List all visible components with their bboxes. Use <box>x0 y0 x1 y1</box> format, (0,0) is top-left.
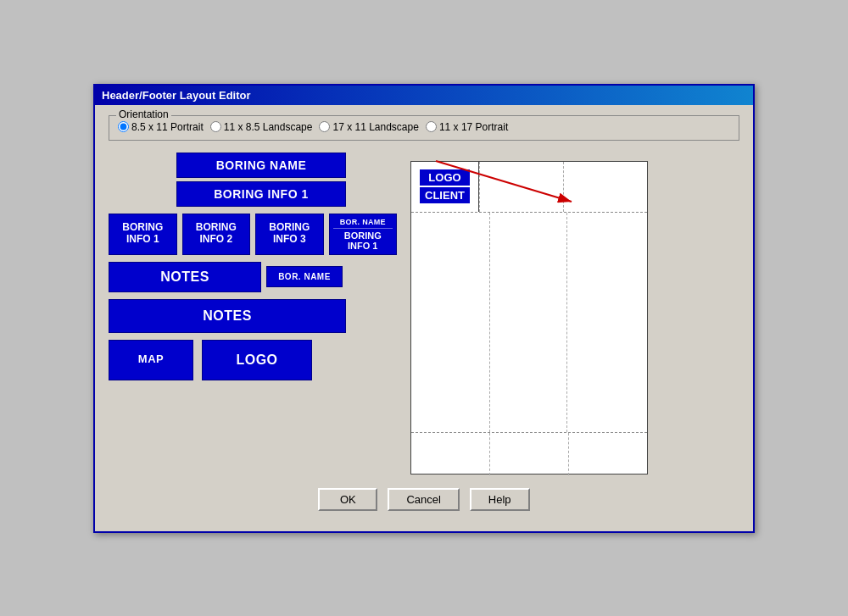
preview-logo-cell: LOGO <box>420 169 470 186</box>
title-bar: Header/Footer Layout Editor <box>95 86 753 105</box>
boring-info1-bottom-label: BORINGINFO 1 <box>344 230 382 251</box>
radio-landscape-17[interactable] <box>319 121 330 132</box>
left-panel: BORING NAME BORING INFO 1 BORINGINFO 1 B… <box>109 153 397 474</box>
preview-header-right <box>479 162 647 212</box>
boring-info2-button[interactable]: BORINGINFO 2 <box>182 214 251 255</box>
orientation-options: 8.5 x 11 Portrait 11 x 8.5 Landscape 17 … <box>118 121 730 133</box>
top-buttons-row: BORING NAME BORING INFO 1 <box>109 153 397 207</box>
preview-body-vline2 <box>566 213 567 432</box>
radio-label-1: 8.5 x 11 Portrait <box>131 121 204 133</box>
boring-info3-button[interactable]: BORINGINFO 3 <box>255 214 324 255</box>
ok-button[interactable]: OK <box>318 488 377 511</box>
bor-name-top-label: BOR. NAME <box>333 218 393 229</box>
main-window: Header/Footer Layout Editor Orientation … <box>93 84 755 533</box>
preview-body <box>411 213 647 433</box>
radio-label-3: 17 x 11 Landscape <box>332 121 418 133</box>
map-button[interactable]: MAP <box>109 340 193 380</box>
radio-portrait-11[interactable] <box>426 121 437 132</box>
preview-body-vline1 <box>489 213 490 432</box>
bor-name-small-button[interactable]: BOR. NAME <box>266 266 343 287</box>
content-area: Orientation 8.5 x 11 Portrait 11 x 8.5 L… <box>95 105 753 531</box>
preview-client-cell: CLIENT <box>420 187 470 203</box>
radio-option-2[interactable]: 11 x 8.5 Landscape <box>210 121 313 133</box>
boring-info1-button[interactable]: BORINGINFO 1 <box>109 214 177 255</box>
radio-option-4[interactable]: 11 x 17 Portrait <box>426 121 508 133</box>
orientation-group: Orientation 8.5 x 11 Portrait 11 x 8.5 L… <box>109 115 739 141</box>
radio-option-3[interactable]: 17 x 11 Landscape <box>319 121 418 133</box>
preview-box: LOGO CLIENT <box>410 161 648 474</box>
right-panel: LOGO CLIENT <box>410 153 739 474</box>
main-area: BORING NAME BORING INFO 1 BORINGINFO 1 B… <box>109 153 739 474</box>
logo-left-button[interactable]: LOGO <box>202 340 312 380</box>
radio-portrait-85[interactable] <box>118 121 129 132</box>
help-button[interactable]: Help <box>470 488 530 511</box>
bor-name-boring-info1-button[interactable]: BOR. NAME BORINGINFO 1 <box>329 214 398 255</box>
preview-header-labels: LOGO CLIENT <box>420 169 470 203</box>
orientation-legend: Orientation <box>116 108 171 120</box>
preview-footer-col1 <box>411 433 490 475</box>
radio-label-4: 11 x 17 Portrait <box>439 121 508 133</box>
notes1-button[interactable]: NOTES <box>109 262 261 292</box>
radio-label-2: 11 x 8.5 Landscape <box>224 121 313 133</box>
preview-header-right-col2 <box>564 162 647 212</box>
multi-button-row: BORINGINFO 1 BORINGINFO 2 BORINGINFO 3 B… <box>109 214 397 255</box>
preview-header: LOGO CLIENT <box>411 162 647 213</box>
preview-header-left: LOGO CLIENT <box>411 162 479 212</box>
notes-row-1: NOTES BOR. NAME <box>109 262 397 292</box>
preview-footer-col2 <box>490 433 569 475</box>
map-logo-row: MAP LOGO <box>109 340 397 380</box>
preview-footer <box>411 433 647 475</box>
window-title: Header/Footer Layout Editor <box>102 89 251 102</box>
notes2-button[interactable]: NOTES <box>109 299 346 333</box>
preview-header-right-col1 <box>480 162 564 212</box>
preview-footer-col3 <box>569 433 647 475</box>
boring-name-button[interactable]: BORING NAME <box>176 153 346 178</box>
cancel-button[interactable]: Cancel <box>388 488 459 511</box>
boring-info1-top-button[interactable]: BORING INFO 1 <box>176 181 346 207</box>
bottom-bar: OK Cancel Help <box>109 474 739 518</box>
radio-landscape-11[interactable] <box>210 121 221 132</box>
radio-option-1[interactable]: 8.5 x 11 Portrait <box>118 121 204 133</box>
